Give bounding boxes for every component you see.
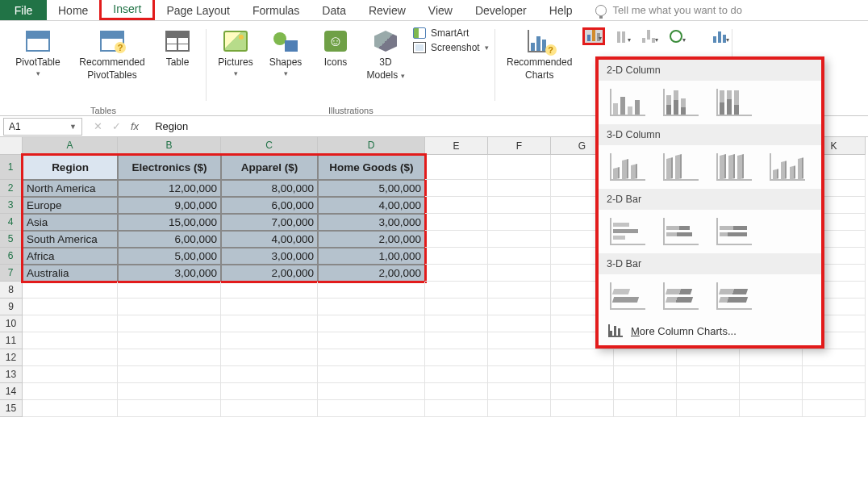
3d-clustered-bar-thumb[interactable] — [610, 282, 645, 310]
cell-D5[interactable]: 2,00,000 — [318, 231, 425, 248]
tab-page-layout[interactable]: Page Layout — [155, 0, 241, 20]
pivottable-icon — [26, 31, 50, 52]
cell-A7[interactable]: Australia — [23, 265, 118, 282]
col-header-A[interactable]: A — [23, 137, 118, 155]
cell-B5[interactable]: 6,00,000 — [118, 231, 221, 248]
row-header-5[interactable]: 5 — [0, 231, 23, 248]
more-column-charts-label: More Column Charts... — [631, 325, 737, 337]
cell-D4[interactable]: 3,00,000 — [318, 214, 425, 231]
waterfall-chart-dropdown[interactable]: ▾ — [637, 27, 660, 45]
cell-B1[interactable]: Electronics ($) — [118, 155, 221, 180]
cell-A5[interactable]: South America — [23, 231, 118, 248]
cell-C5[interactable]: 4,00,000 — [221, 231, 318, 248]
cell-C2[interactable]: 8,00,000 — [221, 180, 318, 197]
tab-formulas[interactable]: Formulas — [241, 0, 311, 20]
stacked-column-thumb[interactable] — [663, 89, 699, 116]
name-box[interactable]: A1 ▼ — [3, 118, 82, 136]
cell-A3[interactable]: Europe — [23, 197, 118, 214]
cell-A4[interactable]: Asia — [23, 214, 118, 231]
row-header-14[interactable]: 14 — [0, 383, 23, 400]
3d-column-thumb[interactable] — [770, 153, 805, 181]
shapes-button[interactable]: Shapes ▾ — [263, 26, 308, 77]
confirm-formula-icon[interactable]: ✓ — [112, 120, 121, 132]
cell-B7[interactable]: 3,00,000 — [118, 265, 221, 282]
table-button[interactable]: Table — [155, 26, 200, 68]
tab-insert[interactable]: Insert — [99, 0, 155, 20]
col-header-E[interactable]: E — [425, 137, 488, 155]
col-header-D[interactable]: D — [318, 137, 425, 155]
row-header-6[interactable]: 6 — [0, 248, 23, 265]
col-header-F[interactable]: F — [488, 137, 551, 155]
col-header-C[interactable]: C — [221, 137, 318, 155]
cell-B3[interactable]: 9,00,000 — [118, 197, 221, 214]
cell-C7[interactable]: 2,00,000 — [221, 265, 318, 282]
cell-C3[interactable]: 6,00,000 — [221, 197, 318, 214]
column-chart-dropdown[interactable]: ▾ — [582, 27, 605, 45]
row-header-13[interactable]: 13 — [0, 366, 23, 383]
cell-C6[interactable]: 3,00,000 — [221, 248, 318, 265]
cell-A2[interactable]: North America — [23, 180, 118, 197]
map-chart-dropdown[interactable]: ▾ — [665, 27, 687, 45]
smartart-button[interactable]: SmartArt — [413, 27, 489, 39]
3d-stacked-bar-thumb[interactable] — [663, 282, 699, 310]
tab-review[interactable]: Review — [357, 0, 417, 20]
cell-A1[interactable]: Region — [23, 155, 118, 180]
hierarchy-chart-dropdown[interactable]: ▾ — [610, 27, 632, 45]
tab-home[interactable]: Home — [47, 0, 99, 20]
100pct-stacked-column-thumb[interactable] — [716, 89, 752, 116]
3d-100pct-stacked-column-thumb[interactable] — [716, 153, 752, 181]
row-header-2[interactable]: 2 — [0, 180, 23, 197]
row-header-3[interactable]: 3 — [0, 197, 23, 214]
cell-D3[interactable]: 4,00,000 — [318, 197, 425, 214]
recommended-pivottables-button[interactable]: Recommended PivotTables — [74, 26, 150, 81]
stacked-bar-thumb[interactable] — [663, 218, 699, 245]
row-header-11[interactable]: 11 — [0, 332, 23, 349]
row-header-7[interactable]: 7 — [0, 265, 23, 282]
cell-D7[interactable]: 2,00,000 — [318, 265, 425, 282]
100pct-stacked-bar-thumb[interactable] — [716, 218, 752, 245]
tab-developer[interactable]: Developer — [464, 0, 538, 20]
screenshot-button[interactable]: Screenshot ▾ — [413, 42, 489, 53]
cancel-formula-icon[interactable]: ✕ — [94, 120, 102, 132]
cell-A6[interactable]: Africa — [23, 248, 118, 265]
tab-file[interactable]: File — [0, 0, 47, 20]
cell-C1[interactable]: Apparel ($) — [221, 155, 318, 180]
row-header-10[interactable]: 10 — [0, 315, 23, 332]
cell-B4[interactable]: 15,00,000 — [118, 214, 221, 231]
clustered-column-thumb[interactable] — [610, 89, 645, 116]
tab-data[interactable]: Data — [311, 0, 357, 20]
tab-view[interactable]: View — [417, 0, 464, 20]
3d-100pct-stacked-bar-thumb[interactable] — [716, 282, 752, 310]
recommended-charts-button[interactable]: Recommended Charts — [502, 26, 578, 81]
cell-D6[interactable]: 1,00,000 — [318, 248, 425, 265]
3d-models-button[interactable]: 3D Models ▾ — [363, 26, 408, 81]
cell-D2[interactable]: 5,00,000 — [318, 180, 425, 197]
3d-clustered-column-thumb[interactable] — [610, 153, 645, 181]
pivotchart-dropdown[interactable]: ▾ — [708, 27, 731, 45]
column-chart-dropdown-panel: 2-D Column 3-D Column 2-D Bar 3-D Bar Mo… — [595, 56, 824, 349]
cell-C4[interactable]: 7,00,000 — [221, 214, 318, 231]
cell-D1[interactable]: Home Goods ($) — [318, 155, 425, 180]
more-column-charts[interactable]: More Column Charts... — [599, 318, 821, 345]
tab-help[interactable]: Help — [538, 0, 584, 20]
select-all-corner[interactable] — [0, 137, 23, 155]
row-header-12[interactable]: 12 — [0, 349, 23, 366]
cell-B6[interactable]: 5,00,000 — [118, 248, 221, 265]
tell-me[interactable]: Tell me what you want to do — [595, 0, 742, 20]
section-3d-column: 3-D Column — [599, 124, 821, 145]
row-header-1[interactable]: 1 — [0, 155, 23, 180]
3d-stacked-column-thumb[interactable] — [663, 153, 699, 181]
icons-button[interactable]: Icons — [313, 26, 358, 68]
row-header-9[interactable]: 9 — [0, 299, 23, 315]
group-tables-label: Tables — [90, 102, 116, 115]
cell-B2[interactable]: 12,00,000 — [118, 180, 221, 197]
clustered-bar-thumb[interactable] — [610, 218, 645, 245]
pivottable-button[interactable]: PivotTable ▾ — [6, 26, 69, 77]
section-3d-bar: 3-D Bar — [599, 253, 821, 274]
col-header-B[interactable]: B — [118, 137, 221, 155]
pictures-button[interactable]: Pictures ▾ — [213, 26, 258, 77]
row-header-15[interactable]: 15 — [0, 400, 23, 417]
row-header-8[interactable]: 8 — [0, 282, 23, 299]
row-header-4[interactable]: 4 — [0, 214, 23, 231]
fx-icon[interactable]: fx — [131, 120, 139, 132]
